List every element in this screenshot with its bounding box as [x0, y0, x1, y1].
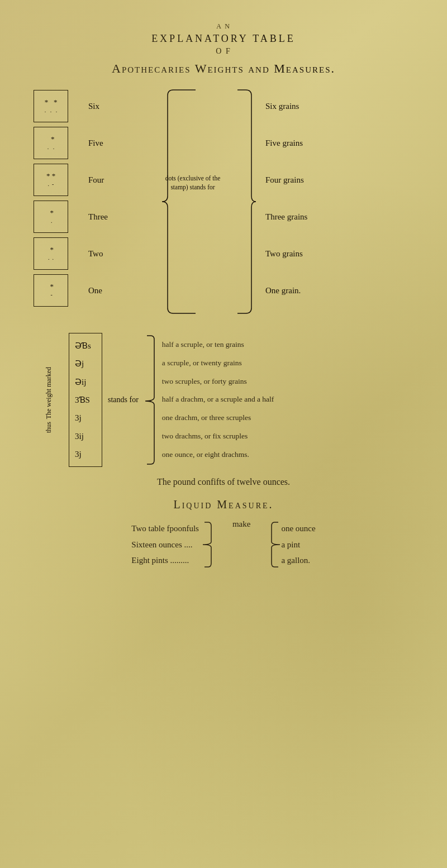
right-bracket-svg: [235, 87, 257, 316]
pound-line: The pound confifts of twelve ounces.: [34, 477, 413, 487]
weights-table: * *. . . *. . * *. - * . *. . * -: [34, 87, 413, 316]
apoth-bracket-svg: [144, 333, 155, 467]
result-four: Four grains: [265, 164, 413, 196]
liquid-bracket-svg: [202, 519, 213, 570]
symbol-four: * *. -: [34, 164, 68, 196]
apoth-sym-0: ƏƁs: [75, 337, 96, 354]
apoth-sym-3: 3ƁS: [75, 392, 96, 408]
name-one: One: [88, 274, 156, 307]
result-two: Two grains: [265, 237, 413, 270]
apoth-symbols-block: ƏƁs Əj Əij 3ƁS 3j 3ij 3j stands for: [69, 333, 155, 467]
symbol-two: *. .: [34, 237, 68, 270]
apoth-sym-1: Əj: [75, 355, 96, 372]
result-six: Six grains: [265, 90, 413, 122]
stands-for-label: stands for: [102, 333, 144, 467]
weight-result-4: one drachm, or three scruples: [162, 411, 413, 425]
side-label-thus: thus: [45, 422, 53, 433]
liquid-right-list: one ounce a pint a gallon.: [281, 521, 315, 569]
weight-result-2: two scruples, or forty grains: [162, 375, 413, 389]
top-note: A N: [34, 22, 413, 31]
liquid-make-label: make: [224, 519, 259, 529]
liquid-result-0: one ounce: [281, 521, 315, 537]
symbol-column: * *. . . *. . * *. - * . *. . * -: [34, 87, 84, 316]
result-five: Five grains: [265, 127, 413, 159]
result-three: Three grains: [265, 201, 413, 233]
side-label-block: The weight marked thus: [34, 367, 64, 433]
weight-results: half a scruple, or ten grains a scruple,…: [155, 336, 413, 464]
liquid-section: Two table fpoonfuls Sixteen ounces .... …: [34, 519, 413, 570]
liquid-right-block: one ounce a pint a gallon.: [270, 519, 315, 570]
liquid-result-1: a pint: [281, 537, 300, 553]
section-title: Apothecaries Weights and Measures.: [34, 61, 413, 76]
symbol-five: *. .: [34, 127, 68, 159]
left-bracket-svg: [156, 87, 201, 316]
of-label: O F: [34, 47, 413, 56]
liquid-item-2: Eight pints .........: [131, 552, 189, 569]
weight-result-6: one ounce, or eight drachms.: [162, 448, 413, 462]
results-column: Six grains Five grains Four grains Three…: [257, 87, 413, 316]
name-five: Five: [88, 127, 156, 159]
apoth-sym-6: 3j: [75, 446, 96, 462]
dots-label: dots (exclusive of the stamp) stands for: [159, 174, 226, 192]
apoth-sym-2: Əij: [75, 374, 96, 390]
name-three: Three: [88, 201, 156, 233]
weight-result-0: half a scruple, or ten grains: [162, 338, 413, 352]
weight-result-1: a scruple, or twenty grains: [162, 356, 413, 370]
page: A N EXPLANATORY TABLE O F Apothecaries W…: [0, 0, 447, 868]
liquid-right-bracket-svg: [270, 519, 281, 570]
liquid-result-2: a gallon.: [281, 552, 310, 569]
symbol-one: * -: [34, 274, 68, 307]
apoth-sym-4: 3j: [75, 409, 96, 426]
apoth-sym-5: 3ij: [75, 428, 96, 445]
weight-marked-section: The weight marked thus ƏƁs Əj Əij 3ƁS 3j…: [34, 333, 413, 467]
weight-result-3: half a drachm, or a scruple and a half: [162, 393, 413, 407]
main-title: EXPLANATORY TABLE: [34, 33, 413, 45]
liquid-left-block: Two table fpoonfuls Sixteen ounces .... …: [131, 519, 213, 570]
middle-bracket-col: dots (exclusive of the stamp) stands for: [156, 87, 235, 316]
name-two: Two: [88, 237, 156, 270]
symbol-six: * *. . .: [34, 90, 68, 122]
right-section: Six grains Five grains Four grains Three…: [235, 87, 413, 316]
liquid-left-list: Two table fpoonfuls Sixteen ounces .... …: [131, 521, 199, 569]
name-four: Four: [88, 164, 156, 196]
weight-result-5: two drachms, or fix scruples: [162, 430, 413, 443]
name-six: Six: [88, 90, 156, 122]
names-column: Six Five Four Three Two One: [84, 87, 156, 316]
liquid-item-1: Sixteen ounces ....: [131, 537, 192, 553]
liquid-item-0: Two table fpoonfuls: [131, 521, 199, 537]
side-label-top: The weight marked: [45, 367, 53, 419]
result-one: One grain.: [265, 274, 413, 307]
apoth-symbols-list: ƏƁs Əj Əij 3ƁS 3j 3ij 3j: [69, 333, 102, 467]
liquid-title: Liquid Measure.: [34, 498, 413, 511]
symbol-three: * .: [34, 201, 68, 233]
